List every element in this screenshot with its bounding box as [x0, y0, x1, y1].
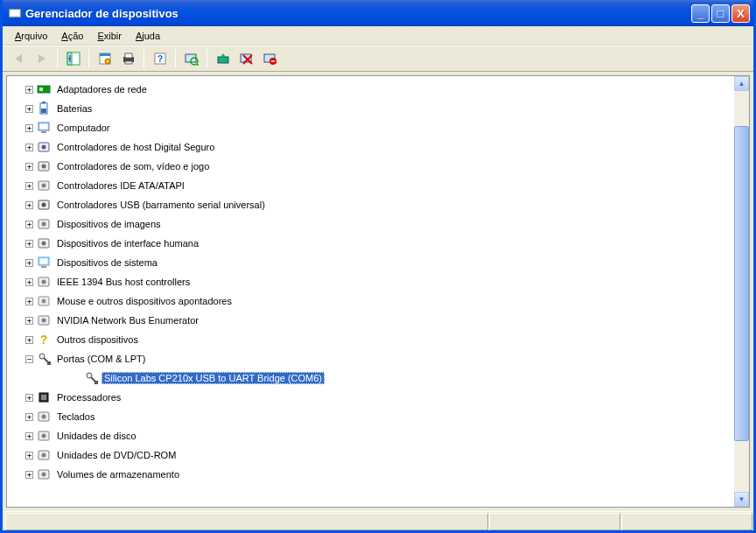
tree-node[interactable]: +Controladores de host Digital Seguro [14, 137, 734, 157]
svg-rect-29 [41, 131, 46, 133]
status-cell-2 [489, 513, 620, 530]
minimize-button[interactable]: _ [691, 4, 710, 23]
toolbar-separator [57, 49, 58, 68]
toolbar-uninstall-button[interactable] [260, 49, 280, 68]
svg-point-48 [42, 299, 46, 304]
processor-icon [37, 390, 51, 404]
tree-node-label: Portas (COM & LPT) [54, 353, 148, 365]
tree-node[interactable]: +Unidades de DVD/CD-ROM [14, 445, 734, 465]
tree-node[interactable]: +Teclados [14, 407, 734, 426]
expander-icon[interactable]: + [25, 240, 33, 248]
vertical-scrollbar[interactable]: ▲ ▼ [734, 76, 749, 507]
expander-icon[interactable]: + [25, 182, 33, 190]
tree-node[interactable]: +?Outros dispositivos [14, 330, 734, 349]
svg-point-39 [42, 222, 46, 227]
scroll-down-button[interactable]: ▼ [734, 492, 749, 507]
menu-acao[interactable]: Ação [54, 29, 90, 43]
tree-node[interactable]: +Dispositivos de interface humana [14, 234, 734, 253]
tree-node[interactable]: +Mouse e outros dispositivos apontadores [14, 291, 734, 311]
tree-node[interactable]: +Volumes de armazenamento [14, 465, 734, 484]
tree-node-label: Adaptadores de rede [54, 83, 150, 95]
scroll-track[interactable] [734, 91, 749, 492]
expander-icon[interactable]: + [25, 278, 33, 286]
menu-arquivo[interactable]: Arquivo [8, 29, 54, 43]
expander-icon[interactable]: + [25, 452, 33, 459]
tree-node-label: IEEE 1394 Bus host controllers [54, 276, 192, 288]
expander-icon[interactable]: + [25, 144, 33, 151]
toolbar-show-hide-tree-button[interactable] [63, 49, 83, 68]
expander-icon[interactable]: + [25, 298, 33, 305]
tree-node-label: Teclados [54, 410, 97, 423]
toolbar-disable-button[interactable] [236, 49, 256, 68]
toolbar: ? [3, 46, 753, 72]
tree-node[interactable]: +IEEE 1394 Bus host controllers [14, 272, 734, 291]
tree-node[interactable]: +Unidades de disco [14, 426, 734, 445]
tree-node[interactable]: −Portas (COM & LPT) [14, 349, 734, 368]
toolbar-properties-button[interactable] [94, 49, 115, 68]
svg-rect-15 [218, 57, 228, 63]
mouse-icon [37, 294, 51, 308]
scroll-thumb[interactable] [734, 126, 749, 441]
svg-point-35 [42, 184, 46, 188]
svg-point-31 [42, 145, 46, 150]
tree-node[interactable]: +NVIDIA Network Bus Enumerator [14, 311, 734, 330]
expander-icon[interactable]: + [25, 471, 33, 479]
tree-node-label: Mouse e outros dispositivos apontadores [54, 295, 234, 307]
expander-icon[interactable]: + [25, 201, 33, 209]
expander-icon[interactable]: + [25, 86, 33, 94]
menubar: Arquivo Ação Exibir Ajuda [3, 26, 753, 46]
titlebar[interactable]: Gerenciador de dispositivos _ □ X [3, 0, 753, 26]
expander-icon[interactable]: + [25, 163, 33, 171]
tree-node[interactable]: +Baterias [14, 99, 734, 118]
svg-rect-1 [10, 11, 19, 16]
tree-node[interactable]: +Controladores de som, vídeo e jogo [14, 157, 734, 176]
tree-node[interactable]: +Processadores [14, 388, 734, 407]
expander-icon[interactable]: + [25, 105, 33, 113]
expander-icon[interactable]: + [25, 432, 33, 440]
expander-icon[interactable]: + [25, 124, 33, 132]
expander-icon[interactable]: − [25, 355, 33, 363]
tree-node[interactable]: +Computador [14, 118, 734, 137]
tree-node-label: Controladores de host Digital Seguro [54, 141, 217, 153]
expander-icon[interactable]: + [25, 317, 33, 325]
tree-node-label: NVIDIA Network Bus Enumerator [54, 314, 201, 326]
tree-node-label: Silicon Labs CP210x USB to UART Bridge (… [102, 372, 325, 384]
tree-node[interactable]: +Controladores USB (barramento serial un… [14, 195, 734, 214]
close-button[interactable]: X [732, 4, 750, 23]
keyboard-icon [37, 410, 51, 424]
expander-icon[interactable]: + [25, 336, 33, 344]
device-tree[interactable]: +Adaptadores de rede+Baterias+Computador… [7, 76, 734, 507]
maximize-button[interactable]: □ [711, 4, 730, 23]
tree-node-label: Controladores de som, vídeo e jogo [54, 160, 212, 172]
svg-point-46 [42, 280, 46, 284]
toolbar-update-driver-button[interactable] [213, 49, 233, 68]
toolbar-separator [206, 49, 207, 68]
tree-node-label: Unidades de disco [54, 430, 139, 442]
tree-node-label: Dispositivos de interface humana [54, 237, 201, 249]
toolbar-scan-hardware-button[interactable] [181, 49, 201, 68]
svg-rect-25 [42, 102, 46, 103]
scroll-up-button[interactable]: ▲ [734, 76, 749, 91]
toolbar-separator [144, 49, 144, 68]
tree-child-node[interactable]: Silicon Labs CP210x USB to UART Bridge (… [14, 368, 734, 388]
expander-icon[interactable]: + [25, 259, 33, 267]
svg-rect-23 [39, 88, 43, 91]
content-area: +Adaptadores de rede+Baterias+Computador… [4, 74, 752, 509]
svg-text:?: ? [157, 54, 162, 64]
tree-node[interactable]: +Adaptadores de rede [14, 80, 734, 99]
tree-node-label: Volumes de armazenamento [54, 468, 182, 480]
expander-icon[interactable]: + [25, 413, 33, 421]
toolbar-help-button[interactable]: ? [150, 49, 170, 68]
tree-node[interactable]: +Controladores IDE ATA/ATAPI [14, 176, 734, 195]
expander-icon[interactable]: + [25, 394, 33, 402]
expander-icon[interactable]: + [25, 221, 33, 228]
menu-ajuda[interactable]: Ajuda [129, 29, 167, 43]
tree-node[interactable]: +Dispositivos de sistema [14, 253, 734, 272]
svg-rect-5 [100, 53, 110, 56]
menu-exibir[interactable]: Exibir [90, 29, 129, 43]
tree-node-label: Controladores IDE ATA/ATAPI [54, 179, 187, 192]
toolbar-print-button[interactable] [118, 49, 138, 68]
tree-node[interactable]: +Dispositivos de imagens [14, 214, 734, 234]
sd-host-icon [37, 140, 51, 154]
window-controls: _ □ X [691, 4, 750, 23]
